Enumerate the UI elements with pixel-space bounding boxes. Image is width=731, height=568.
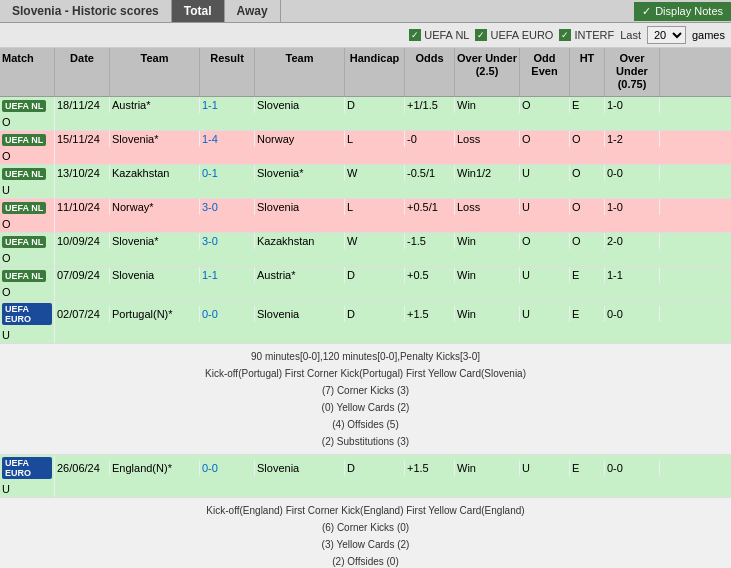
rows-container: UEFA NL18/11/24Austria*1-1SloveniaD+1/1.… [0,97,731,568]
detail-line4: (0) Yellow Cards (2) [8,399,723,416]
filter-uefa-euro[interactable]: ✓ UEFA EURO [475,29,553,41]
display-notes-label: Display Notes [655,5,723,17]
header-tabs: Slovenia - Historic scores Total Away ✓ … [0,0,731,23]
detail-line1: Kick-off(England) First Corner Kick(Engl… [8,502,723,519]
filter-uefa-nl[interactable]: ✓ UEFA NL [409,29,469,41]
interf-label: INTERF [574,29,614,41]
col-team2: Team [255,48,345,96]
table-row: UEFA NL11/10/24Norway*3-0SloveniaL+0.5/1… [0,199,731,233]
detail-line5: (4) Offsides (5) [8,416,723,433]
tab-total[interactable]: Total [172,0,225,22]
detail-row: Kick-off(England) First Corner Kick(Engl… [0,498,731,568]
check-icon: ✓ [642,5,651,18]
table-row: UEFA NL15/11/24Slovenia*1-4NorwayL-0Loss… [0,131,731,165]
detail-line2: Kick-off(Portugal) First Corner Kick(Por… [8,365,723,382]
tab-away[interactable]: Away [225,0,281,22]
table-row: UEFA NL10/09/24Slovenia*3-0KazakhstanW-1… [0,233,731,267]
col-ht: HT [570,48,605,96]
table-row: UEFA EURO26/06/24England(N)*0-0SloveniaD… [0,455,731,498]
games-label: games [692,29,725,41]
filter-bar: ✓ UEFA NL ✓ UEFA EURO ✓ INTERF Last 20 1… [0,23,731,48]
col-result: Result [200,48,255,96]
uefa-nl-label: UEFA NL [424,29,469,41]
interf-checkbox: ✓ [559,29,571,41]
table-header: Match Date Team Result Team Handicap Odd… [0,48,731,97]
table-row: UEFA NL18/11/24Austria*1-1SloveniaD+1/1.… [0,97,731,131]
col-over-under2: Over Under (0.75) [605,48,660,96]
col-team1: Team [110,48,200,96]
display-notes[interactable]: ✓ Display Notes [634,2,731,21]
col-odds: Odds [405,48,455,96]
uefa-euro-label: UEFA EURO [490,29,553,41]
last-select[interactable]: 20 10 30 [647,26,686,44]
col-over-under: Over Under (2.5) [455,48,520,96]
detail-line1: 90 minutes[0-0],120 minutes[0-0],Penalty… [8,348,723,365]
detail-line3: (7) Corner Kicks (3) [8,382,723,399]
col-handicap: Handicap [345,48,405,96]
col-odd-even: Odd Even [520,48,570,96]
uefa-nl-checkbox: ✓ [409,29,421,41]
detail-line4: (2) Offsides (0) [8,553,723,568]
detail-row: 90 minutes[0-0],120 minutes[0-0],Penalty… [0,344,731,455]
filter-interf[interactable]: ✓ INTERF [559,29,614,41]
uefa-euro-checkbox: ✓ [475,29,487,41]
detail-line6: (2) Substitutions (3) [8,433,723,450]
detail-line2: (6) Corner Kicks (0) [8,519,723,536]
last-label: Last [620,29,641,41]
col-match: Match [0,48,55,96]
detail-line3: (3) Yellow Cards (2) [8,536,723,553]
table-row: UEFA EURO02/07/24Portugal(N)*0-0Slovenia… [0,301,731,344]
table-row: UEFA NL07/09/24Slovenia1-1Austria*D+0.5W… [0,267,731,301]
tab-historic[interactable]: Slovenia - Historic scores [0,0,172,22]
table-row: UEFA NL13/10/24Kazakhstan0-1Slovenia*W-0… [0,165,731,199]
app-container: Slovenia - Historic scores Total Away ✓ … [0,0,731,568]
col-date: Date [55,48,110,96]
